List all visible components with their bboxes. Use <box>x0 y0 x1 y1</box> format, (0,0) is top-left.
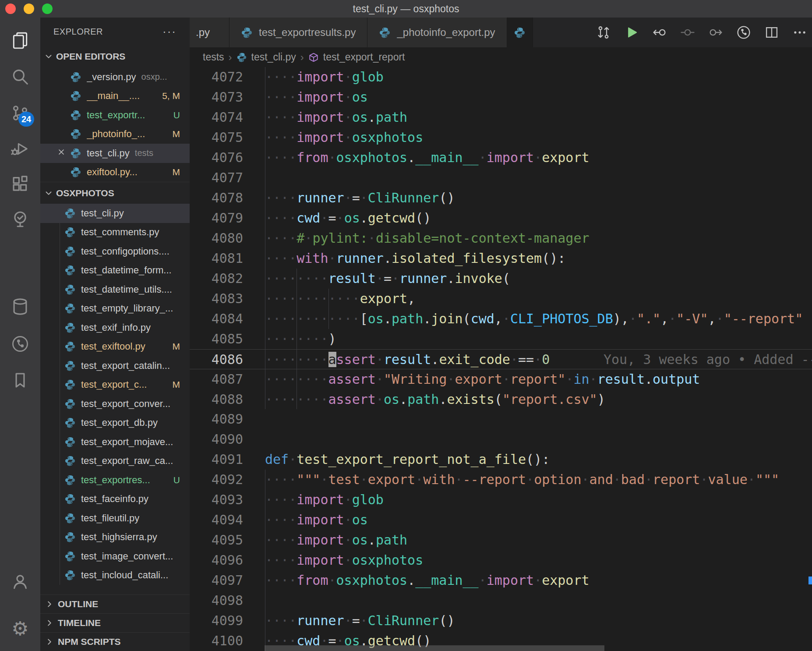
tab-active-icon-only[interactable] <box>507 18 533 47</box>
tree-item-test_image_convert...[interactable]: test_image_convert... <box>40 547 190 566</box>
line-number[interactable]: 4078 <box>190 188 243 208</box>
tree-item-test_comments.py[interactable]: test_comments.py <box>40 223 190 242</box>
line-number[interactable]: 4076 <box>190 148 243 168</box>
extensions-icon[interactable] <box>0 169 40 199</box>
tree-item-test_export_db.py[interactable]: test_export_db.py <box>40 414 190 433</box>
account-icon[interactable] <box>0 566 40 597</box>
code-line-4092[interactable]: 4092····"""·test·export·with·--report·op… <box>190 470 812 490</box>
tree-item-test_highsierra.py[interactable]: test_highsierra.py <box>40 528 190 547</box>
database-icon[interactable] <box>0 291 40 322</box>
explorer-more-actions-icon[interactable]: ··· <box>162 25 177 39</box>
line-number[interactable]: 4086 <box>190 350 243 370</box>
tree-item-test_export_catalin...[interactable]: test_export_catalin... <box>40 356 190 375</box>
line-number[interactable]: 4090 <box>190 429 243 449</box>
line-number[interactable]: 4100 <box>190 631 243 651</box>
tab-_photoinfo_export.py[interactable]: _photoinfo_export.py <box>367 18 507 47</box>
code-line-4091[interactable]: 4091def·test_export_report_not_a_file(): <box>190 449 812 470</box>
code-line-4089[interactable]: 4089 <box>190 409 812 429</box>
open-editor-item-test_exportr...[interactable]: test_exportr...U <box>40 106 190 125</box>
breadcrumb-item[interactable]: test_cli.py <box>251 51 296 63</box>
code-line-4097[interactable]: 4097····from·osxphotos.__main__·import·e… <box>190 570 812 591</box>
line-number[interactable]: 4095 <box>190 530 243 550</box>
code-line-4076[interactable]: 4076····from·osxphotos.__main__·import·e… <box>190 148 812 168</box>
open-editor-item-test_cli.py[interactable]: test_cli.pytests <box>40 144 190 163</box>
code-line-4072[interactable]: 4072····import·glob <box>190 67 812 87</box>
code-line-4086[interactable]: 4086········assert·result.exit_code·==·0… <box>190 349 812 369</box>
settings-gear-icon[interactable]: ⚙ <box>0 613 40 644</box>
open-editors-section-header[interactable]: OPEN EDITORS <box>40 46 190 67</box>
tab-test_exportresults.py[interactable]: test_exportresults.py <box>229 18 367 47</box>
line-number[interactable]: 4099 <box>190 611 243 631</box>
tree-item-test_configoptions....[interactable]: test_configoptions.... <box>40 242 190 261</box>
line-number[interactable]: 4085 <box>190 329 243 349</box>
code-line-4085[interactable]: 4085········) <box>190 329 812 349</box>
navigate-back-icon[interactable] <box>651 25 667 41</box>
search-icon[interactable] <box>0 61 40 92</box>
tree-item-test_export_mojave...[interactable]: test_export_mojave... <box>40 432 190 452</box>
tree-item-test_incloud_catali...[interactable]: test_incloud_catali... <box>40 566 190 585</box>
code-line-4099[interactable]: 4099····runner·=·CliRunner() <box>190 611 812 631</box>
tab-partial[interactable]: .py <box>190 18 229 47</box>
code-line-4088[interactable]: 4088········assert·os.path.exists("repor… <box>190 389 812 410</box>
files-icon[interactable] <box>0 25 40 56</box>
code-line-4095[interactable]: 4095····import·os.path <box>190 530 812 550</box>
open-editor-item-exiftool.py...[interactable]: exiftool.py...M <box>40 163 190 182</box>
tree-item-test_faceinfo.py[interactable]: test_faceinfo.py <box>40 490 190 509</box>
line-number[interactable]: 4092 <box>190 470 243 490</box>
tree-item-test_export_raw_ca...[interactable]: test_export_raw_ca... <box>40 452 190 471</box>
tree-item-test_datetime_utils....[interactable]: test_datetime_utils.... <box>40 280 190 299</box>
code-line-4087[interactable]: 4087········assert·"Writing·export·repor… <box>190 369 812 389</box>
gitlens-graph-icon[interactable] <box>735 25 752 41</box>
code-line-4077[interactable]: 4077 <box>190 168 812 188</box>
line-number[interactable]: 4083 <box>190 289 243 309</box>
code-line-4079[interactable]: 4079····cwd·=·os.getcwd() <box>190 208 812 228</box>
code-line-4080[interactable]: 4080····#·pylint:·disable=not-context-ma… <box>190 228 812 248</box>
line-number[interactable]: 4080 <box>190 228 243 248</box>
code-line-4073[interactable]: 4073····import·os <box>190 87 812 107</box>
sidebar-section-timeline[interactable]: TIMELINE <box>40 613 190 632</box>
open-editor-item-__main__....[interactable]: __main__....5, M <box>40 87 190 106</box>
tree-item-test_exportres...[interactable]: test_exportres...U <box>40 471 190 490</box>
navigate-circle-icon[interactable] <box>679 25 695 41</box>
open-editor-item-_photoinfo_...[interactable]: _photoinfo_...M <box>40 125 190 144</box>
line-number[interactable]: 4097 <box>190 570 243 591</box>
code-line-4082[interactable]: 4082········result·=·runner.invoke( <box>190 269 812 289</box>
run-python-file-icon[interactable] <box>623 25 639 41</box>
tree-item-test_export_conver...[interactable]: test_export_conver... <box>40 394 190 414</box>
code-line-4093[interactable]: 4093····import·glob <box>190 490 812 510</box>
line-number[interactable]: 4089 <box>190 409 243 429</box>
zoom-window-button[interactable] <box>42 4 53 14</box>
code-line-4084[interactable]: 4084············[os.path.join(cwd,·CLI_P… <box>190 309 812 329</box>
tree-item-test_cli.py[interactable]: test_cli.py <box>40 204 190 223</box>
sidebar-section-npm-scripts[interactable]: NPM SCRIPTS <box>40 632 190 651</box>
line-number[interactable]: 4093 <box>190 490 243 510</box>
line-number[interactable]: 4088 <box>190 389 243 410</box>
close-icon[interactable] <box>57 148 70 159</box>
line-number[interactable]: 4091 <box>190 449 243 470</box>
more-actions-icon[interactable] <box>791 25 808 41</box>
testing-icon[interactable] <box>0 204 40 235</box>
code-line-4083[interactable]: 4083············export, <box>190 289 812 309</box>
code-line-4078[interactable]: 4078····runner·=·CliRunner() <box>190 188 812 208</box>
breadcrumb-item[interactable]: test_export_report <box>323 51 405 63</box>
line-number[interactable]: 4075 <box>190 127 243 148</box>
project-section-header[interactable]: OSXPHOTOS <box>40 182 190 204</box>
sidebar-section-outline[interactable]: OUTLINE <box>40 594 190 613</box>
line-number[interactable]: 4072 <box>190 67 243 87</box>
run-debug-icon[interactable] <box>0 133 40 164</box>
tree-item-test_export_c...[interactable]: test_export_c...M <box>40 375 190 395</box>
line-number[interactable]: 4073 <box>190 87 243 107</box>
gitlens-icon[interactable] <box>0 329 40 359</box>
code-line-4081[interactable]: 4081····with·runner.isolated_filesystem(… <box>190 248 812 269</box>
code-line-4098[interactable]: 4098 <box>190 591 812 611</box>
line-number[interactable]: 4087 <box>190 369 243 389</box>
code-line-4090[interactable]: 4090 <box>190 429 812 449</box>
tree-item-test_empty_library_...[interactable]: test_empty_library_... <box>40 299 190 318</box>
tree-item-test_fileutil.py[interactable]: test_fileutil.py <box>40 509 190 528</box>
source-control-icon[interactable]: 24 <box>0 98 40 128</box>
line-number[interactable]: 4084 <box>190 309 243 329</box>
line-number[interactable]: 4098 <box>190 591 243 611</box>
split-editor-icon[interactable] <box>763 25 780 41</box>
close-window-button[interactable] <box>5 4 16 14</box>
breadcrumb-item[interactable]: tests <box>203 51 224 63</box>
